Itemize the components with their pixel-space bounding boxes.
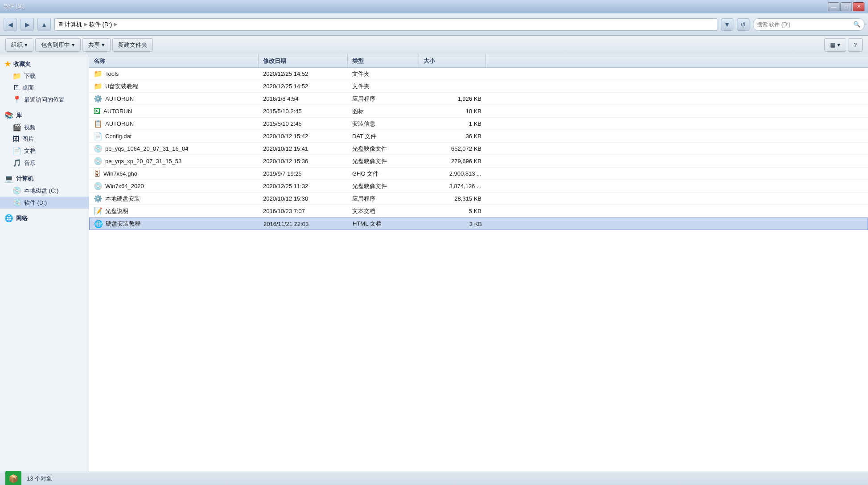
include-label: 包含到库中 — [41, 41, 70, 49]
breadcrumb[interactable]: 🖥 计算机 ▶ 软件 (D:) ▶ — [54, 18, 717, 31]
sidebar-item-recent[interactable]: 📍 最近访问的位置 — [0, 94, 89, 106]
file-date-cell: 2019/9/7 19:25 — [259, 168, 348, 180]
help-label: ? — [854, 41, 857, 48]
sidebar-item-local-c[interactable]: 💿 本地磁盘 (C:) — [0, 185, 89, 197]
col-header-date[interactable]: 修改日期 — [259, 54, 348, 67]
library-label: 库 — [16, 111, 22, 119]
file-name: AUTORUN — [103, 108, 132, 115]
video-label: 视频 — [24, 123, 36, 132]
new-folder-button[interactable]: 新建文件夹 — [112, 38, 153, 52]
col-header-size[interactable]: 大小 — [419, 54, 486, 67]
local-c-label: 本地磁盘 (C:) — [24, 187, 58, 195]
table-row[interactable]: 💿 pe_yqs_xp_20_07_31_15_53 2020/10/12 15… — [89, 155, 868, 168]
file-name-cell: 📋 AUTORUN — [89, 118, 259, 130]
minimize-button[interactable]: — — [828, 2, 839, 11]
view-button[interactable]: ▦ ▾ — [824, 38, 846, 52]
search-input[interactable] — [757, 21, 852, 28]
help-button[interactable]: ? — [848, 38, 863, 52]
back-button[interactable]: ◀ — [4, 18, 17, 31]
include-library-button[interactable]: 包含到库中 ▾ — [35, 38, 81, 52]
table-row[interactable]: 🗄 Win7x64.gho 2019/9/7 19:25 GHO 文件 2,90… — [89, 168, 868, 180]
file-size-cell: 5 KB — [419, 205, 486, 217]
star-icon: ★ — [4, 60, 11, 68]
close-button[interactable]: ✕ — [853, 2, 864, 11]
desktop-label: 桌面 — [22, 84, 34, 92]
breadcrumb-computer[interactable]: 🖥 计算机 — [58, 21, 82, 29]
sidebar-item-picture[interactable]: 🖼 图片 — [0, 133, 89, 145]
computer-label: 计算机 — [16, 175, 33, 183]
file-type-cell: 应用程序 — [348, 93, 419, 105]
view-arrow-icon: ▾ — [837, 41, 840, 48]
refresh-button[interactable]: ↺ — [737, 18, 749, 31]
organize-button[interactable]: 组织 ▾ — [5, 38, 33, 52]
file-name-cell: 🗄 Win7x64.gho — [89, 168, 259, 180]
forward-button[interactable]: ▶ — [21, 18, 34, 31]
file-date-cell: 2015/5/10 2:45 — [259, 118, 348, 130]
toolbar: 组织 ▾ 包含到库中 ▾ 共享 ▾ 新建文件夹 ▦ ▾ ? — [0, 36, 868, 54]
network-header[interactable]: 🌐 网络 — [0, 212, 89, 224]
file-name: pe_yqs_1064_20_07_31_16_04 — [105, 145, 189, 152]
sidebar-item-desktop[interactable]: 🖥 桌面 — [0, 82, 89, 94]
file-date-cell: 2016/10/23 7:07 — [259, 205, 348, 217]
folder-icon: 📁 — [94, 82, 103, 90]
up-button[interactable]: ▲ — [37, 18, 51, 31]
dropdown-button[interactable]: ▼ — [721, 18, 733, 31]
file-date-cell: 2015/5/10 2:45 — [259, 105, 348, 117]
document-icon: 📄 — [12, 147, 21, 155]
picture-icon: 🖼 — [12, 135, 20, 143]
file-type-cell: 文件夹 — [348, 68, 419, 80]
share-button[interactable]: 共享 ▾ — [82, 38, 111, 52]
table-row[interactable]: ⚙️ AUTORUN 2016/1/8 4:54 应用程序 1,926 KB — [89, 93, 868, 105]
file-name: Config.dat — [105, 133, 132, 140]
file-name: AUTORUN — [105, 95, 134, 102]
file-size-cell: 2,900,813 ... — [419, 168, 486, 180]
search-bar[interactable]: 🔍 — [753, 18, 864, 31]
desktop-icon: 🖥 — [12, 84, 20, 92]
window-title: 软件 (D:) — [4, 3, 25, 10]
file-name-cell: 📄 Config.dat — [89, 130, 259, 142]
table-row[interactable]: 💿 pe_yqs_1064_20_07_31_16_04 2020/10/12 … — [89, 143, 868, 155]
file-name: Tools — [105, 70, 119, 77]
table-row[interactable]: 📋 AUTORUN 2015/5/10 2:45 安装信息 1 KB — [89, 118, 868, 130]
recent-label: 最近访问的位置 — [24, 96, 65, 104]
table-row[interactable]: 🖼 AUTORUN 2015/5/10 2:45 图标 10 KB — [89, 105, 868, 118]
table-row[interactable]: 💿 Win7x64_2020 2020/12/25 11:32 光盘映像文件 3… — [89, 180, 868, 193]
install-icon: 📋 — [94, 119, 103, 128]
network-section: 🌐 网络 — [0, 212, 89, 224]
search-icon[interactable]: 🔍 — [853, 21, 860, 28]
breadcrumb-drive[interactable]: 软件 (D:) — [89, 21, 112, 29]
file-size-cell: 279,696 KB — [419, 155, 486, 167]
col-header-name[interactable]: 名称 — [89, 54, 259, 67]
table-row[interactable]: 📁 U盘安装教程 2020/12/25 14:52 文件夹 — [89, 80, 868, 93]
text-icon: 📝 — [94, 207, 103, 215]
file-name: pe_yqs_xp_20_07_31_15_53 — [105, 158, 181, 164]
file-date-cell: 2020/10/12 15:41 — [259, 143, 348, 155]
file-type-cell: 安装信息 — [348, 118, 419, 130]
file-name: 光盘说明 — [105, 207, 128, 215]
table-row[interactable]: 🌐 硬盘安装教程 2016/11/21 22:03 HTML 文档 3 KB — [89, 218, 868, 230]
file-size-cell: 1,926 KB — [419, 93, 486, 105]
sidebar-item-document[interactable]: 📄 文档 — [0, 145, 89, 157]
filelist-container: 名称 修改日期 类型 大小 📁 Tools 2020/12/25 14:52 文… — [89, 54, 868, 472]
library-header[interactable]: 📚 库 — [0, 109, 89, 121]
table-row[interactable]: 📝 光盘说明 2016/10/23 7:07 文本文档 5 KB — [89, 205, 868, 218]
file-date-cell: 2020/12/25 14:52 — [259, 68, 348, 80]
table-row[interactable]: 📄 Config.dat 2020/10/12 15:42 DAT 文件 36 … — [89, 130, 868, 143]
table-row[interactable]: ⚙️ 本地硬盘安装 2020/10/12 15:30 应用程序 28,315 K… — [89, 193, 868, 205]
file-name: U盘安装教程 — [105, 82, 138, 90]
library-icon: 📚 — [4, 111, 13, 119]
sidebar-item-soft-d[interactable]: 💿 软件 (D:) — [0, 197, 89, 209]
sidebar-item-video[interactable]: 🎬 视频 — [0, 121, 89, 133]
col-header-type[interactable]: 类型 — [348, 54, 419, 67]
computer-icon: 💻 — [4, 174, 13, 183]
app-icon: ⚙️ — [94, 194, 103, 203]
iso-icon: 💿 — [94, 157, 103, 165]
maximize-button[interactable]: □ — [840, 2, 852, 11]
sidebar-item-download[interactable]: 📁 下载 — [0, 70, 89, 82]
favorites-header[interactable]: ★ 收藏夹 — [0, 58, 89, 70]
file-type-cell: 应用程序 — [348, 193, 419, 205]
computer-header[interactable]: 💻 计算机 — [0, 173, 89, 185]
file-type-cell: 文本文档 — [348, 205, 419, 217]
sidebar-item-music[interactable]: 🎵 音乐 — [0, 157, 89, 169]
table-row[interactable]: 📁 Tools 2020/12/25 14:52 文件夹 — [89, 68, 868, 80]
